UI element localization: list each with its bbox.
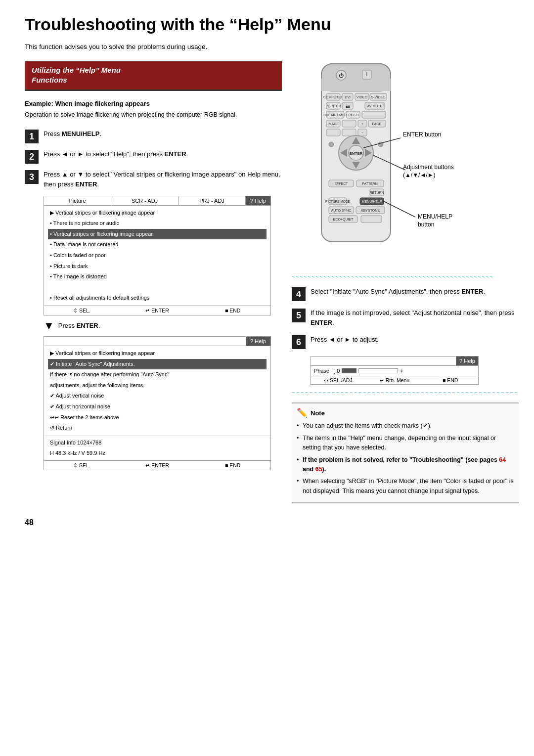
step-5: 5 If the image is not improved, select "…: [292, 308, 519, 328]
signal-info: Signal Info 1024×768 H 48.3 kHz / V 59.9…: [44, 436, 270, 460]
screen-mockup-2: ? Help ▶ Vertical stripes or flickering …: [44, 336, 271, 470]
footer-sel-2: ⇕ SEL.: [44, 462, 120, 469]
screen-row: [48, 282, 267, 293]
screen-mockup-1: Picture SCR - ADJ PRJ - ADJ ? Help ▶ Ver…: [44, 196, 271, 315]
section-title-line1: Utilizing the “Help” Menu: [32, 66, 121, 74]
svg-text:ENTER: ENTER: [349, 151, 362, 156]
svg-text:AUTO SYNC: AUTO SYNC: [331, 209, 352, 212]
svg-rect-2: [321, 79, 391, 91]
svg-rect-65: [361, 216, 382, 222]
phase-footer-sel: ⇔ SEL./ADJ.: [311, 376, 367, 384]
step-4: 4 Select "Initiate "Auto Sync" Adjustmen…: [292, 287, 519, 301]
footer-end: ■ END: [195, 307, 270, 314]
screen-row: adjustments, adjust the following items.: [48, 380, 267, 391]
right-steps-area: 4 Select "Initiate "Auto Sync" Adjustmen…: [292, 287, 519, 503]
page-link-64[interactable]: 64: [499, 456, 506, 463]
step-number-4: 4: [292, 287, 306, 301]
screen-row-highlighted: • Vertical stripes or flickering image a…: [48, 229, 267, 240]
note-section: ✏️ Note You can adjust the items with ch…: [292, 402, 519, 503]
screen-body-2: ▶ Vertical stripes or flickering image a…: [44, 346, 270, 436]
screen-row: • Picture is dark: [48, 261, 267, 272]
svg-text:−: −: [361, 131, 363, 134]
svg-text:MENU/HELP: MENU/HELP: [418, 213, 452, 220]
svg-text:⏻: ⏻: [339, 73, 344, 78]
step-number-3: 3: [25, 170, 39, 184]
svg-text:POINTER: POINTER: [325, 104, 341, 108]
step-number-2: 2: [25, 150, 39, 164]
phase-body: Phase [ 0 +: [311, 366, 478, 376]
wavy-divider-2: ~~~~~~~~~~~~~~~~~~~~~~~~~~~~~~~~~~~~~~~~…: [292, 390, 519, 396]
phase-value-left: [: [333, 368, 335, 374]
svg-text:PICTURE MODE: PICTURE MODE: [325, 200, 351, 203]
svg-rect-28: [342, 120, 356, 127]
screen-row: • Color is faded or poor: [48, 250, 267, 261]
svg-rect-33: [326, 129, 340, 136]
note-item-4: When selecting "sRGB" in "Picture Mode",…: [297, 477, 514, 496]
page-title: Troubleshooting with the “Help” Menu: [25, 15, 509, 34]
step-text-3: Press ▲ or ▼ to select "Vertical stripes…: [44, 170, 282, 189]
screen-row: • There is no picture or audio: [48, 218, 267, 229]
svg-text:+: +: [361, 122, 363, 126]
svg-text:IMAGE: IMAGE: [328, 122, 339, 126]
step-text-6: Press ◄ or ► to adjust.: [311, 335, 519, 345]
phase-screen: ? Help Phase [ 0 + ⇔ SEL./ADJ. ↵ Rtn. Me…: [311, 356, 479, 385]
screen-row: • Data image is not centered: [48, 239, 267, 250]
screen-row: • The image is distorted: [48, 271, 267, 282]
right-column: ⏻ I COMPUTER DVI VIDEO S-VIDEO POINTER 📷: [292, 61, 519, 503]
svg-text:VIDEO: VIDEO: [356, 95, 367, 99]
svg-text:BREAK TIMER: BREAK TIMER: [323, 113, 347, 117]
svg-text:📷: 📷: [346, 104, 350, 108]
arrow-down-icon: ▼: [44, 320, 54, 331]
screen-row: ▶ Vertical stripes or flickering image a…: [48, 348, 267, 359]
screen-row: • Reset all adjustments to default setti…: [48, 293, 267, 304]
phase-value: 0: [337, 368, 340, 374]
phase-footer-end: ■ END: [422, 376, 478, 384]
note-title-text: Note: [311, 409, 325, 417]
screen-row: If there is no change after performing "…: [48, 369, 267, 380]
screen-col-prjadj: PRJ - ADJ: [178, 196, 246, 205]
svg-text:Adjustment buttons: Adjustment buttons: [403, 164, 454, 171]
svg-text:MENU/HELP: MENU/HELP: [362, 200, 382, 203]
screen-col-help-2: ? Help: [246, 337, 270, 346]
svg-rect-34: [342, 129, 356, 136]
svg-text:ECO+QUIET: ECO+QUIET: [333, 218, 354, 222]
step-text-5: If the image is not improved, select "Ad…: [311, 308, 519, 328]
svg-text:KEYSTONE: KEYSTONE: [361, 209, 380, 212]
phase-bar-area: [ 0 +: [333, 368, 475, 374]
section-title-line2: Functions: [32, 76, 67, 84]
operation-text: Operation to solve image flickering when…: [25, 110, 282, 120]
phase-bar-empty: [358, 368, 398, 373]
note-icon: ✏️: [297, 407, 308, 418]
note-item-1: You can adjust the items with check mark…: [297, 421, 514, 431]
screen-row: ▶ Vertical stripes or flickering image a…: [48, 208, 267, 219]
note-item-3: If the problem is not solved, refer to "…: [297, 455, 514, 475]
svg-text:COMPUTER: COMPUTER: [323, 95, 343, 99]
phase-header: ? Help: [311, 356, 478, 366]
screen-body-1: ▶ Vertical stripes or flickering image a…: [44, 206, 270, 306]
phase-plus: +: [400, 368, 403, 374]
phase-footer: ⇔ SEL./ADJ. ↵ Rtn. Menu ■ END: [311, 376, 478, 384]
screen-footer-1: ⇕ SEL. ↵ ENTER ■ END: [44, 306, 270, 315]
svg-text:DVI: DVI: [345, 95, 351, 99]
page-link-65[interactable]: 65: [315, 466, 322, 473]
enter-button-label: ENTER button: [403, 131, 441, 138]
press-enter-row: ▼ Press ENTER.: [44, 320, 282, 331]
footer-enter-2: ↵ ENTER: [120, 462, 195, 469]
example-text: Example: When image flickering appears: [25, 100, 282, 107]
svg-text:PAGE: PAGE: [372, 122, 382, 126]
screen-row: ↩↩ Reset the 2 items above: [48, 412, 267, 423]
page-number: 48: [25, 518, 509, 527]
step-text-1: Press MENU/HELP.: [44, 129, 282, 139]
step-number-5: 5: [292, 309, 306, 322]
footer-sel: ⇕ SEL.: [44, 307, 120, 314]
intro-text: This function advises you to solve the p…: [25, 43, 509, 50]
svg-text:PATTERN: PATTERN: [362, 182, 378, 185]
screen-header-2: ? Help: [44, 337, 270, 346]
screen-row: ✔ Adjust horizontal noise: [48, 401, 267, 412]
screen-row: ✔ Adjust vertical noise: [48, 391, 267, 401]
note-title: ✏️ Note: [297, 407, 514, 418]
svg-text:RETURN: RETURN: [369, 191, 384, 194]
screen-row: ↺ Return: [48, 423, 267, 434]
hz-text: H 48.3 kHz / V 59.9 Hz: [48, 448, 267, 459]
press-enter-text: Press ENTER.: [58, 322, 100, 329]
